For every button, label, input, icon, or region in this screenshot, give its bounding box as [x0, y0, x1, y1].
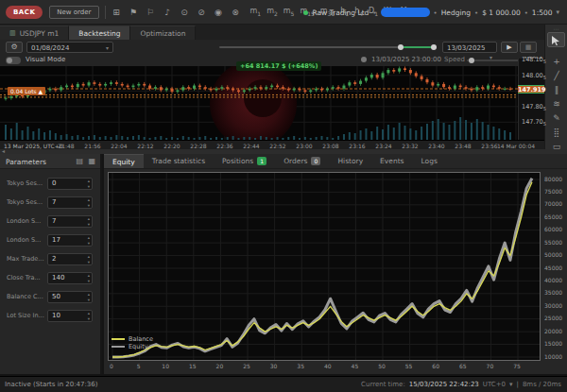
tab-label: Logs: [421, 157, 438, 165]
parameter-row: Tokyo Ses...7▴▾: [0, 196, 100, 210]
sound-alert-icon[interactable]: ♪: [163, 8, 173, 17]
speed-slider[interactable]: [467, 60, 520, 61]
volume-bar: [349, 132, 351, 140]
end-date-select[interactable]: 13/03/2025▾: [442, 42, 497, 53]
tab-backtesting[interactable]: Backtesting: [69, 26, 130, 40]
start-date-select[interactable]: 01/08/2024▾: [26, 42, 113, 53]
results-panel: EquityTrade statisticsPositions1Orders0H…: [104, 154, 567, 374]
parameter-input[interactable]: 7▴▾: [47, 196, 93, 209]
waves-icon[interactable]: ≋: [545, 99, 567, 109]
trend-line-icon[interactable]: ╱: [545, 71, 567, 80]
current-time-label: Current time:: [361, 381, 405, 388]
new-order-button[interactable]: New order: [49, 6, 98, 19]
timeframe-m5[interactable]: m5: [284, 7, 295, 17]
volume-bar: [26, 127, 28, 140]
candle-body: [160, 87, 163, 90]
flag-outline-icon[interactable]: ⚐: [146, 8, 156, 17]
drawing-toolbar: ⋯ +╱∥≋✎⣿▭: [544, 25, 567, 153]
toolbar-icons: ⊞⚑⚐♪⊙⊘◉⊗: [112, 8, 241, 17]
timezone-value[interactable]: UTC+0: [483, 381, 506, 388]
stepper-arrows[interactable]: ▴▾: [88, 235, 90, 246]
tab-usdjpy-m1[interactable]: ▥USDJPY m1: [0, 26, 69, 40]
chart-layout-icon[interactable]: ⊞: [112, 8, 122, 17]
timeframe-m1[interactable]: m1: [250, 7, 262, 17]
separator-dot: [372, 9, 376, 17]
settings-gear-button[interactable]: ⚙: [6, 42, 23, 53]
backtest-progress-bar[interactable]: [219, 46, 437, 48]
alerts-icon[interactable]: ⊗: [231, 8, 241, 17]
time-axis-label: 22:04: [111, 143, 127, 149]
link-disabled-icon[interactable]: ⊘: [197, 8, 207, 17]
candle-body: [143, 84, 146, 86]
tab-logs[interactable]: Logs: [413, 154, 446, 168]
equidistant-channel-icon[interactable]: ∥: [545, 85, 567, 94]
dots-grid-icon[interactable]: ⣿: [545, 128, 567, 137]
stepper-arrows[interactable]: ▴▾: [88, 216, 90, 227]
equity-y-axis-label: 45000: [544, 264, 562, 271]
stepper-arrows[interactable]: ▴▾: [88, 311, 90, 321]
tab-trade-statistics[interactable]: Trade statistics: [144, 154, 214, 168]
volume-bar: [509, 132, 511, 140]
toolbar-separator: [105, 6, 106, 19]
flag-icon[interactable]: ⚑: [129, 8, 139, 17]
watchlist-eye-icon[interactable]: ◉: [214, 8, 224, 17]
backtest-controls-row1: ⚙ 01/08/2024▾ 13/03/2025▾ ▶ ■: [0, 40, 544, 54]
results-tab-bar: EquityTrade statisticsPositions1Orders0H…: [104, 154, 567, 169]
tab-positions[interactable]: Positions1: [214, 154, 275, 168]
stepper-arrows[interactable]: ▴▾: [88, 254, 90, 264]
parameter-input[interactable]: 10▴▾: [47, 310, 93, 322]
cursor-tool-button[interactable]: [547, 32, 565, 47]
tab-events[interactable]: Events: [371, 154, 412, 168]
info-circle-icon[interactable]: ⊙: [180, 8, 190, 17]
account-info[interactable]: Raw Trading Ltd Hedging $ 1 000.00 1:500…: [303, 0, 559, 25]
tab-orders[interactable]: Orders0: [275, 154, 329, 168]
pencil-icon[interactable]: ✎: [545, 113, 567, 123]
price-axis[interactable]: 148.105148.005147.805147.705: [518, 59, 544, 140]
toggle-knob: [7, 58, 12, 63]
time-axis-label: 23:40: [428, 143, 444, 149]
stop-button[interactable]: ■: [520, 42, 537, 53]
speed-slider-knob[interactable]: [469, 58, 474, 63]
equity-x-axis-label: 40: [324, 363, 332, 369]
volume-bar: [426, 124, 428, 140]
save-preset-icon[interactable]: ▤: [76, 157, 83, 165]
timeframe-m2[interactable]: m2: [266, 7, 278, 17]
candle-body: [303, 90, 306, 92]
play-button[interactable]: ▶: [501, 42, 518, 53]
stepper-arrows[interactable]: ▴▾: [88, 197, 90, 208]
equity-chart[interactable]: [108, 172, 541, 361]
grid-view-icon[interactable]: ▦: [88, 157, 95, 165]
position-lots-tag[interactable]: 0.04 Lots ▲: [8, 87, 45, 95]
stepper-arrows[interactable]: ▴▾: [88, 179, 90, 189]
candle-body: [498, 87, 501, 89]
time-axis[interactable]: 13 Mar 2025, UTC+021:4821:5622:0422:1222…: [0, 140, 544, 149]
backtest-progress-fill: [401, 46, 433, 48]
progress-handle-right[interactable]: [431, 44, 437, 50]
visual-mode-toggle[interactable]: [6, 57, 21, 64]
tab-history[interactable]: History: [329, 154, 371, 168]
parameter-row: London S...17▴▾: [0, 233, 100, 247]
scroll-left-arrow[interactable]: ◂: [2, 147, 5, 154]
candle-body: [442, 84, 445, 87]
volume-bar: [459, 117, 461, 140]
candle-body: [465, 87, 468, 89]
equity-x-axis-label: 25: [243, 363, 250, 369]
candle-body: [110, 82, 112, 84]
candle-body: [88, 82, 91, 85]
progress-handle-left[interactable]: [398, 44, 404, 50]
parameter-input[interactable]: 0▴▾: [47, 178, 93, 190]
candlestick-chart[interactable]: [0, 66, 518, 140]
parameter-input[interactable]: 50▴▾: [47, 291, 93, 303]
back-button[interactable]: BACK: [6, 6, 43, 19]
stepper-arrows[interactable]: ▴▾: [88, 292, 90, 302]
parameter-input[interactable]: 2▴▾: [47, 253, 93, 265]
parameter-input[interactable]: 17▴▾: [47, 234, 93, 247]
parameter-input[interactable]: 140▴▾: [47, 272, 93, 284]
toolbar-grip-icon: ⋯: [545, 26, 567, 32]
parameter-input[interactable]: 7▴▾: [47, 215, 93, 228]
stepper-arrows[interactable]: ▴▾: [88, 273, 90, 283]
crosshair-icon[interactable]: +: [545, 57, 567, 66]
tab-equity[interactable]: Equity: [104, 154, 144, 168]
candle-body: [487, 86, 490, 89]
tab-optimization[interactable]: Optimization: [130, 26, 196, 40]
